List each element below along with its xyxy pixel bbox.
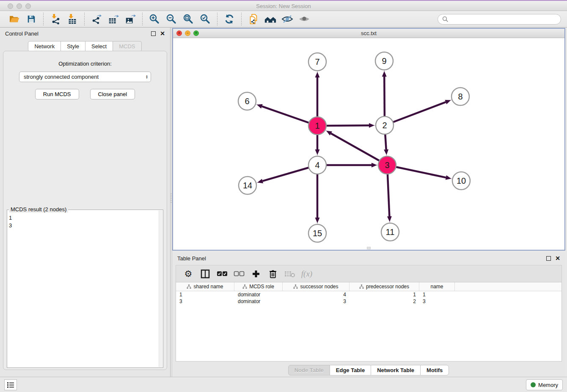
column-header-shared-name[interactable]: shared name (176, 282, 234, 291)
cell-mcds-role[interactable]: dominator (234, 298, 283, 304)
zoom-selected-icon[interactable] (198, 12, 213, 26)
close-table-panel-icon[interactable]: ✕ (555, 255, 560, 261)
mcds-result-title: MCDS result (2 nodes) (9, 206, 68, 213)
cell-successor-nodes[interactable]: 4 (283, 292, 350, 298)
memory-label: Memory (538, 382, 558, 388)
memory-button[interactable]: Memory (526, 379, 563, 390)
arrowhead-icon (445, 100, 451, 104)
node-label-14: 14 (243, 181, 252, 190)
arrowhead-icon (446, 175, 451, 180)
open-session-icon[interactable] (7, 12, 22, 26)
close-panel-icon[interactable]: ✕ (160, 30, 165, 36)
arrowhead-icon (382, 71, 387, 77)
result-scrollbar[interactable] (159, 210, 162, 367)
apply-layout-icon[interactable] (263, 12, 278, 26)
hide-details-icon[interactable] (280, 12, 295, 26)
network-canvas[interactable]: 7968124314101511 (173, 38, 564, 250)
tab-node-table[interactable]: Node Table (288, 365, 330, 375)
node-label-11: 11 (386, 227, 395, 237)
column-label: predecessor nodes (366, 284, 409, 290)
import-network-icon[interactable] (48, 12, 63, 26)
arrowhead-icon (257, 104, 263, 108)
cell-name[interactable]: 3 (419, 298, 455, 304)
edge-3-1[interactable] (331, 133, 387, 165)
criterion-select[interactable]: strongly connected component ▲▼ (19, 72, 151, 82)
cell-successor-nodes[interactable]: 3 (283, 298, 350, 304)
refresh-view-icon[interactable] (222, 12, 237, 26)
table-row[interactable]: 3dominator323 (176, 298, 561, 305)
float-table-panel-icon[interactable] (546, 256, 551, 261)
arrowhead-icon (315, 218, 320, 223)
column-header-mcds-role[interactable]: MCDS role (234, 282, 283, 291)
zoom-in-icon[interactable] (147, 12, 162, 26)
close-panel-button[interactable]: Close panel (90, 89, 135, 99)
mcds-result-list[interactable]: 1 3 (9, 214, 159, 367)
deselect-all-icon[interactable] (233, 268, 245, 280)
search-field[interactable] (438, 14, 561, 25)
float-panel-icon[interactable] (151, 31, 156, 36)
search-input[interactable] (451, 16, 556, 22)
tab-style[interactable]: Style (61, 41, 85, 52)
tab-network-table[interactable]: Network Table (371, 365, 421, 375)
table-body: 1dominator4113dominator323 (176, 291, 561, 305)
column-type-icon (187, 284, 191, 289)
export-network-icon[interactable] (89, 12, 104, 26)
table-mode-gear-icon[interactable]: ⚙ (182, 268, 195, 280)
tab-mcds[interactable]: MCDS (113, 41, 141, 52)
main-toolbar (0, 11, 567, 28)
column-type-icon (359, 284, 364, 289)
cell-mcds-role[interactable]: dominator (234, 292, 283, 298)
toolbar-separator (43, 13, 44, 25)
node-table[interactable]: shared nameMCDS rolesuccessor nodesprede… (176, 282, 562, 362)
column-view-icon[interactable] (199, 268, 212, 280)
duplicate-network-icon[interactable] (246, 12, 261, 26)
node-label-15: 15 (313, 229, 322, 238)
toolbar-separator (241, 13, 242, 25)
network-resize-handle[interactable] (367, 247, 371, 249)
cell-name[interactable]: 1 (419, 292, 455, 298)
cell-shared-name[interactable]: 3 (176, 298, 234, 304)
cell-shared-name[interactable]: 1 (176, 292, 234, 298)
column-label: successor nodes (300, 284, 338, 290)
search-icon (442, 16, 448, 22)
column-header-successor-nodes[interactable]: successor nodes (283, 282, 350, 291)
task-history-button[interactable] (4, 379, 17, 390)
node-label-3: 3 (385, 160, 389, 170)
column-label: MCDS role (249, 284, 274, 290)
tab-select[interactable]: Select (85, 41, 113, 52)
import-table-icon[interactable] (65, 12, 80, 26)
tab-network[interactable]: Network (28, 41, 61, 52)
network-view-window: × − + scc.txt 7968124314101511 (172, 28, 565, 251)
tab-edge-table[interactable]: Edge Table (330, 365, 371, 375)
column-header-predecessor-nodes[interactable]: predecessor nodes (350, 282, 419, 291)
select-all-icon[interactable] (216, 268, 228, 280)
control-panel: Control Panel ✕ NetworkStyleSelectMCDS O… (0, 28, 170, 377)
add-column-icon[interactable] (250, 268, 262, 280)
export-table-icon[interactable] (106, 12, 121, 26)
show-details-icon[interactable] (297, 12, 312, 26)
table-row[interactable]: 1dominator411 (176, 291, 561, 298)
column-label: shared name (193, 284, 223, 290)
network-window-titlebar[interactable]: × − + scc.txt (173, 29, 564, 38)
window-titlebar: Session: New Session (0, 0, 567, 11)
arrowhead-icon (384, 149, 388, 155)
arrowhead-icon (369, 123, 374, 128)
mcds-result-box: MCDS result (2 nodes) 1 3 (7, 210, 163, 368)
edge-2-8[interactable] (385, 102, 446, 125)
arrowhead-icon (372, 163, 377, 168)
export-image-icon[interactable] (123, 12, 138, 26)
run-mcds-button[interactable]: Run MCDS (35, 89, 79, 99)
cell-predecessor-nodes[interactable]: 2 (350, 298, 419, 304)
cell-predecessor-nodes[interactable]: 1 (350, 292, 419, 298)
zoom-out-icon[interactable] (164, 12, 179, 26)
optimization-label: Optimization criterion: (3, 61, 167, 67)
table-panel-title: Table Panel (177, 255, 206, 262)
arrowhead-icon (315, 149, 320, 155)
tab-motifs[interactable]: Motifs (420, 365, 449, 375)
delete-column-icon[interactable] (267, 268, 279, 280)
node-label-2: 2 (382, 121, 387, 130)
save-session-icon[interactable] (24, 12, 39, 26)
zoom-fit-icon[interactable] (181, 12, 196, 26)
column-header-name[interactable]: name (419, 282, 455, 291)
control-panel-tabs: NetworkStyleSelectMCDS (0, 41, 170, 52)
